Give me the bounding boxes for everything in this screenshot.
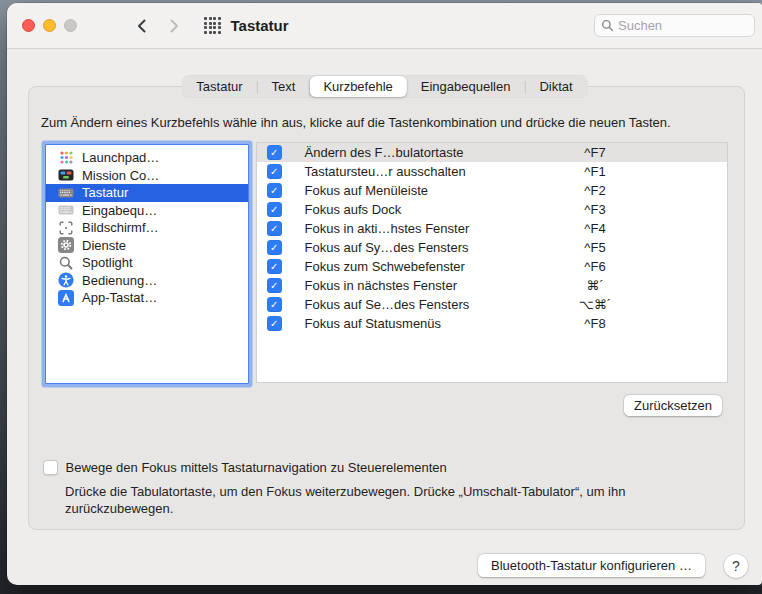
- shortcut-keys[interactable]: ^F7: [505, 145, 685, 160]
- shortcut-label: Fokus aufs Dock: [305, 202, 402, 217]
- shortcut-row[interactable]: ✓Fokus in akti…hstes Fenster^F4: [257, 219, 727, 238]
- spotlight-icon: [58, 255, 74, 271]
- sidebar-item-keyboard[interactable]: Tastatur: [46, 184, 248, 202]
- category-label: Spotlight: [82, 255, 133, 270]
- shortcut-row[interactable]: ✓Fokus in nächstes Fenster⌘´: [257, 276, 727, 295]
- desktop-background: Tastatur TastaturTextKurzbefehleEingabeq…: [0, 0, 762, 594]
- services-icon: [58, 237, 74, 253]
- sidebar-item-input-sources[interactable]: Eingabequ…: [46, 202, 248, 220]
- launchpad-icon: [58, 150, 74, 166]
- chevron-right-icon: [170, 19, 179, 33]
- category-label: Dienste: [82, 238, 126, 253]
- focus-navigation-checkbox[interactable]: [43, 460, 58, 475]
- show-all-grid-icon[interactable]: [204, 17, 221, 34]
- shortcut-checkbox[interactable]: ✓: [267, 259, 282, 274]
- shortcut-checkbox[interactable]: ✓: [267, 145, 282, 160]
- shortcut-label: Fokus in nächstes Fenster: [305, 278, 457, 293]
- tab-text[interactable]: Text: [258, 76, 310, 97]
- shortcut-checkbox[interactable]: ✓: [267, 278, 282, 293]
- tab-diktat[interactable]: Diktat: [525, 76, 586, 97]
- shortcut-row[interactable]: ✓Fokus auf Se…des Fensters⌥⌘´: [257, 295, 727, 314]
- chevron-left-icon: [137, 19, 146, 33]
- search-icon: [601, 19, 614, 32]
- shortcut-label: Fokus auf Se…des Fensters: [305, 297, 470, 312]
- shortcut-checkbox[interactable]: ✓: [267, 202, 282, 217]
- shortcut-row[interactable]: ✓Ändern des F…bulatortaste^F7: [257, 143, 727, 162]
- shortcut-keys[interactable]: ⌘´: [505, 278, 685, 293]
- shortcut-label: Fokus auf Statusmenüs: [305, 316, 442, 331]
- shortcut-checkbox[interactable]: ✓: [267, 316, 282, 331]
- category-label: Mission Co…: [82, 168, 159, 183]
- traffic-lights: [22, 19, 77, 32]
- shortcut-table: ✓Ändern des F…bulatortaste^F7✓Tastaturst…: [256, 142, 728, 383]
- sidebar-item-accessibility[interactable]: Bedienung…: [46, 272, 248, 290]
- app-shortcuts-icon: [58, 290, 74, 306]
- focus-navigation-label: Bewege den Fokus mittels Tastaturnavigat…: [66, 460, 447, 475]
- category-label: Eingabequ…: [82, 203, 157, 218]
- tab-eingabequellen[interactable]: Eingabequellen: [407, 76, 525, 97]
- shortcut-checkbox[interactable]: ✓: [267, 240, 282, 255]
- focus-navigation-description: Drücke die Tabulatortaste, um den Fokus …: [65, 483, 685, 517]
- help-button[interactable]: ?: [724, 554, 748, 578]
- shortcut-row[interactable]: ✓Fokus auf Sy…des Fensters^F5: [257, 238, 727, 257]
- zoom-button-disabled: [64, 19, 77, 32]
- category-label: Tastatur: [82, 185, 128, 200]
- shortcut-row[interactable]: ✓Tastatursteu…r ausschalten^F1: [257, 162, 727, 181]
- shortcut-label: Ändern des F…bulatortaste: [305, 145, 464, 160]
- shortcut-label: Fokus in akti…hstes Fenster: [305, 221, 470, 236]
- page-title: Tastatur: [231, 17, 289, 34]
- forward-button-disabled: [168, 18, 180, 34]
- shortcut-row[interactable]: ✓Fokus zum Schwebefenster^F6: [257, 257, 727, 276]
- close-button[interactable]: [22, 19, 35, 32]
- shortcut-checkbox[interactable]: ✓: [267, 297, 282, 312]
- category-label: Launchpad…: [82, 150, 159, 165]
- sidebar-item-spotlight[interactable]: Spotlight: [46, 254, 248, 272]
- sidebar-item-mission-control[interactable]: Mission Co…: [46, 167, 248, 185]
- tab-kurzbefehle[interactable]: Kurzbefehle: [309, 76, 406, 97]
- title-bar: Tastatur: [7, 3, 762, 49]
- sidebar-item-app-shortcuts[interactable]: App-Tastat…: [46, 289, 248, 307]
- shortcut-label: Tastatursteu…r ausschalten: [305, 164, 466, 179]
- shortcut-label: Fokus auf Sy…des Fensters: [305, 240, 469, 255]
- bluetooth-configure-button[interactable]: Bluetooth-Tastatur konfigurieren …: [478, 554, 705, 577]
- sidebar-item-launchpad[interactable]: Launchpad…: [46, 149, 248, 167]
- shortcut-row[interactable]: ✓Fokus auf Menüleiste^F2: [257, 181, 727, 200]
- shortcut-keys[interactable]: ^F3: [505, 202, 685, 217]
- mission-control-icon: [58, 167, 74, 183]
- sidebar-item-services[interactable]: Dienste: [46, 237, 248, 255]
- shortcut-checkbox[interactable]: ✓: [267, 221, 282, 236]
- shortcut-keys[interactable]: ^F5: [505, 240, 685, 255]
- shortcut-keys[interactable]: ^F6: [505, 259, 685, 274]
- screenshot-icon: [58, 220, 74, 236]
- tab-bar: TastaturTextKurzbefehleEingabequellenDik…: [181, 75, 587, 98]
- keyboard-icon: [58, 185, 74, 201]
- input-sources-icon: [58, 202, 74, 218]
- sidebar-item-screenshot[interactable]: Bildschirmf…: [46, 219, 248, 237]
- back-button[interactable]: [135, 18, 147, 34]
- shortcut-label: Fokus zum Schwebefenster: [305, 259, 465, 274]
- shortcut-keys[interactable]: ⌥⌘´: [505, 297, 685, 312]
- shortcut-keys[interactable]: ^F4: [505, 221, 685, 236]
- accessibility-icon: [58, 272, 74, 288]
- shortcut-label: Fokus auf Menüleiste: [305, 183, 429, 198]
- category-label: Bedienung…: [82, 273, 157, 288]
- instruction-text: Zum Ändern eines Kurzbefehls wähle ihn a…: [41, 115, 671, 130]
- shortcut-row[interactable]: ✓Fokus auf Statusmenüs^F8: [257, 314, 727, 333]
- system-preferences-window: Tastatur TastaturTextKurzbefehleEingabeq…: [7, 3, 762, 585]
- shortcut-keys[interactable]: ^F8: [505, 316, 685, 331]
- category-list: Launchpad…Mission Co…TastaturEingabequ…B…: [45, 144, 249, 384]
- shortcut-keys[interactable]: ^F2: [505, 183, 685, 198]
- shortcut-keys[interactable]: ^F1: [505, 164, 685, 179]
- shortcut-checkbox[interactable]: ✓: [267, 183, 282, 198]
- search-field[interactable]: [594, 14, 755, 37]
- shortcuts-panel: Zum Ändern eines Kurzbefehls wähle ihn a…: [28, 86, 745, 530]
- tab-tastatur[interactable]: Tastatur: [182, 76, 256, 97]
- reset-button[interactable]: Zurücksetzen: [624, 395, 722, 416]
- search-input[interactable]: [618, 18, 738, 33]
- shortcut-checkbox[interactable]: ✓: [267, 164, 282, 179]
- category-label: App-Tastat…: [82, 290, 157, 305]
- category-label: Bildschirmf…: [82, 220, 159, 235]
- minimize-button[interactable]: [43, 19, 56, 32]
- shortcut-row[interactable]: ✓Fokus aufs Dock^F3: [257, 200, 727, 219]
